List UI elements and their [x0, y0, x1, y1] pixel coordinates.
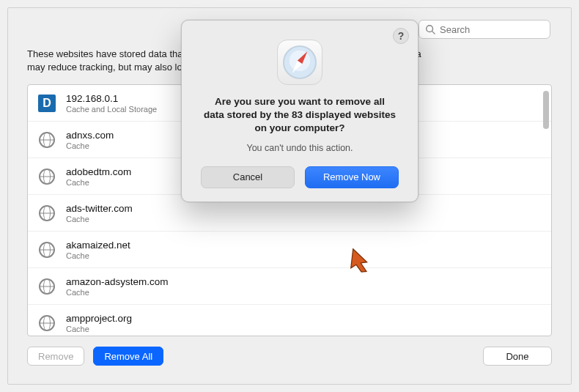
row-detail: Cache: [66, 251, 130, 260]
globe-icon: [37, 313, 57, 333]
row-text: ampproject.orgCache: [66, 313, 132, 333]
alert-subtitle: You can't undo this action.: [196, 143, 403, 153]
row-host: akamaized.net: [66, 240, 130, 251]
row-text: 192.168.0.1Cache and Local Storage: [66, 93, 157, 114]
row-detail: Cache and Local Storage: [66, 105, 157, 114]
row-text: amazon-adsystem.comCache: [66, 276, 169, 297]
remove-all-button[interactable]: Remove All: [93, 347, 163, 366]
row-detail: Cache: [66, 325, 132, 333]
row-text: adobedtm.comCache: [66, 166, 131, 187]
row-detail: Cache: [66, 141, 114, 150]
remove-button: Remove: [27, 347, 84, 366]
globe-icon: [37, 203, 57, 223]
search-input[interactable]: [440, 24, 544, 35]
globe-icon: [37, 276, 57, 297]
compass-icon: [283, 45, 317, 79]
row-detail: Cache: [66, 288, 169, 297]
footer-bar: Remove Remove All Done: [27, 347, 552, 366]
svg-line-1: [432, 32, 435, 34]
remove-now-button[interactable]: Remove Now: [305, 166, 399, 188]
table-row[interactable]: akamaized.netCache: [28, 232, 551, 268]
help-icon[interactable]: ?: [393, 28, 409, 44]
row-text: ads-twitter.comCache: [66, 203, 133, 223]
row-host: 192.168.0.1: [66, 93, 157, 104]
row-text: adnxs.comCache: [66, 130, 114, 150]
row-host: adobedtm.com: [66, 166, 131, 177]
safari-app-icon: [277, 40, 322, 85]
table-row[interactable]: amazon-adsystem.comCache: [28, 268, 551, 305]
done-button[interactable]: Done: [483, 347, 552, 366]
scrollbar-thumb[interactable]: [543, 91, 549, 129]
confirm-remove-sheet: ? Are you sure you want to remove all da…: [181, 20, 418, 202]
search-field[interactable]: [418, 20, 550, 39]
globe-icon: [37, 166, 57, 187]
site-favicon-d-icon: D: [37, 93, 57, 114]
cancel-button[interactable]: Cancel: [201, 166, 295, 188]
row-host: ampproject.org: [66, 313, 132, 324]
globe-icon: [37, 240, 57, 260]
row-detail: Cache: [66, 178, 131, 187]
row-host: ads-twitter.com: [66, 203, 133, 214]
table-row[interactable]: ampproject.orgCache: [28, 305, 551, 336]
row-detail: Cache: [66, 215, 133, 223]
alert-title: Are you sure you want to remove all data…: [204, 95, 396, 136]
alert-button-row: Cancel Remove Now: [196, 166, 403, 188]
website-data-pane: These websites have stored data that can…: [7, 7, 572, 385]
row-host: amazon-adsystem.com: [66, 276, 169, 287]
row-host: adnxs.com: [66, 130, 114, 141]
search-icon: [425, 24, 435, 34]
row-text: akamaized.netCache: [66, 240, 130, 260]
globe-icon: [37, 130, 57, 150]
